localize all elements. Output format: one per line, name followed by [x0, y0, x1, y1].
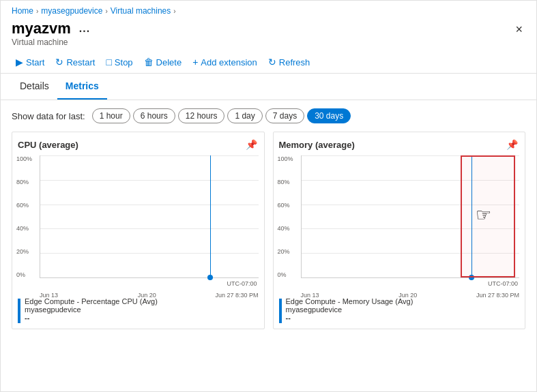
cpu-legend-color [18, 299, 20, 323]
start-label: Start [26, 57, 44, 67]
cpu-gridline-60 [40, 205, 259, 205]
start-button[interactable]: ▶ Start [12, 54, 48, 70]
cpu-y-0: 0% [16, 271, 32, 278]
refresh-label: Refresh [279, 57, 310, 67]
time-btn-6hours[interactable]: 6 hours [133, 108, 175, 123]
mem-x-jun13: Jun 13 [301, 292, 319, 299]
delete-icon: 🗑 [144, 57, 154, 67]
show-data-label: Show data for last: [12, 111, 85, 121]
tab-metrics[interactable]: Metrics [57, 74, 107, 100]
breadcrumb-device[interactable]: myasegpudevice [41, 6, 102, 16]
vm-title: myazvm ... [12, 20, 93, 37]
cpu-legend: Edge Compute - Percentage CPU (Avg) myas… [18, 297, 259, 323]
cpu-legend-subtitle: myasegpudevice [25, 305, 158, 314]
charts-row: CPU (average) 📌 100% 80% 60% 40% 20% 0% [12, 132, 525, 329]
breadcrumb-home[interactable]: Home [12, 6, 33, 16]
memory-pin-button[interactable]: 📌 [505, 138, 519, 151]
cpu-legend-value: -- [25, 314, 158, 322]
cpu-gridline-20 [40, 253, 259, 254]
memory-legend-text: Edge Compute - Memory Usage (Avg) myaseg… [286, 297, 413, 322]
cpu-gridline-80 [40, 180, 259, 181]
breadcrumb-vms[interactable]: Virtual machines [111, 6, 171, 16]
delete-button[interactable]: 🗑 Delete [140, 54, 186, 70]
time-btn-1day[interactable]: 1 day [227, 108, 262, 123]
breadcrumb-chevron-2: › [105, 7, 107, 15]
cpu-vertical-line [210, 155, 211, 277]
cpu-pin-button[interactable]: 📌 [244, 138, 259, 151]
cpu-gridline-40 [40, 228, 259, 229]
stop-icon: □ [106, 57, 111, 67]
header: myazvm ... Virtual machine × [1, 18, 536, 51]
time-btn-1hour[interactable]: 1 hour [92, 108, 130, 123]
content: Show data for last: 1 hour 6 hours 12 ho… [1, 100, 536, 391]
refresh-icon: ↻ [268, 57, 276, 67]
mem-y-40: 40% [278, 225, 293, 232]
restart-icon: ↻ [55, 57, 63, 67]
cpu-x-jun13: Jun 13 [40, 292, 58, 299]
breadcrumb: Home › myasegpudevice › Virtual machines… [1, 1, 536, 18]
title-section: myazvm ... Virtual machine [12, 20, 93, 47]
mem-y-60: 60% [278, 202, 293, 209]
vm-name: myazvm [12, 20, 71, 37]
cpu-y-80: 80% [16, 179, 32, 185]
add-extension-icon: + [192, 57, 198, 67]
cpu-utc-label: UTC-07:00 [227, 280, 257, 287]
tabs: Details Metrics [1, 74, 536, 100]
memory-legend-color [279, 299, 282, 323]
memory-legend-subtitle: myasegpudevice [286, 305, 413, 314]
mem-y-0: 0% [278, 271, 293, 278]
cpu-chart-title: CPU (average) [18, 140, 78, 150]
breadcrumb-chevron-1: › [36, 7, 38, 15]
main-panel: Home › myasegpudevice › Virtual machines… [0, 0, 537, 392]
stop-button[interactable]: □ Stop [102, 54, 136, 70]
delete-label: Delete [156, 57, 182, 67]
memory-legend: Edge Compute - Memory Usage (Avg) myaseg… [279, 297, 520, 323]
mem-x-jun20: Jun 20 [398, 292, 417, 299]
show-data-row: Show data for last: 1 hour 6 hours 12 ho… [12, 108, 525, 123]
ellipsis-button[interactable]: ... [76, 21, 93, 36]
breadcrumb-chevron-3: › [173, 7, 175, 15]
refresh-button[interactable]: ↻ Refresh [264, 54, 315, 70]
memory-chart-card: Memory (average) 📌 100% 80% 60% 40% 20% … [273, 132, 526, 329]
cpu-chart-header: CPU (average) 📌 [18, 138, 259, 151]
tab-details[interactable]: Details [12, 74, 57, 100]
time-btn-12hours[interactable]: 12 hours [178, 108, 225, 123]
toolbar: ▶ Start ↻ Restart □ Stop 🗑 Delete + Add … [1, 51, 536, 74]
cpu-y-100: 100% [16, 155, 32, 162]
cpu-y-20: 20% [16, 248, 32, 255]
cpu-gridline-100 [40, 155, 259, 156]
time-btn-30days[interactable]: 30 days [307, 108, 351, 123]
stop-label: Stop [115, 57, 133, 67]
memory-legend-value: -- [286, 314, 413, 322]
memory-chart-title: Memory (average) [279, 140, 355, 150]
cpu-legend-text: Edge Compute - Percentage CPU (Avg) myas… [25, 297, 158, 322]
cpu-y-60: 60% [16, 202, 32, 209]
mem-y-80: 80% [278, 179, 293, 185]
vm-subtitle: Virtual machine [12, 37, 93, 47]
add-extension-label: Add extension [201, 57, 257, 67]
memory-chart-header: Memory (average) 📌 [279, 138, 520, 151]
add-extension-button[interactable]: + Add extension [188, 54, 261, 70]
restart-button[interactable]: ↻ Restart [51, 54, 99, 70]
start-icon: ▶ [16, 57, 23, 67]
mem-y-100: 100% [278, 155, 293, 162]
cpu-chart-card: CPU (average) 📌 100% 80% 60% 40% 20% 0% [12, 132, 265, 329]
time-buttons: 1 hour 6 hours 12 hours 1 day 7 days 30 … [92, 108, 351, 123]
mem-y-20: 20% [278, 248, 293, 255]
memory-selection-box [461, 155, 515, 277]
cpu-x-jun20: Jun 20 [138, 292, 156, 299]
cpu-y-40: 40% [16, 225, 32, 232]
close-button[interactable]: × [512, 20, 525, 40]
mem-utc-label: UTC-07:00 [488, 280, 518, 287]
cpu-x-jun27: Jun 27 8:30 PM [215, 292, 258, 299]
mem-x-jun27: Jun 27 8:30 PM [476, 292, 519, 299]
cpu-data-point [207, 275, 213, 280]
time-btn-7days[interactable]: 7 days [265, 108, 304, 123]
restart-label: Restart [66, 57, 95, 67]
